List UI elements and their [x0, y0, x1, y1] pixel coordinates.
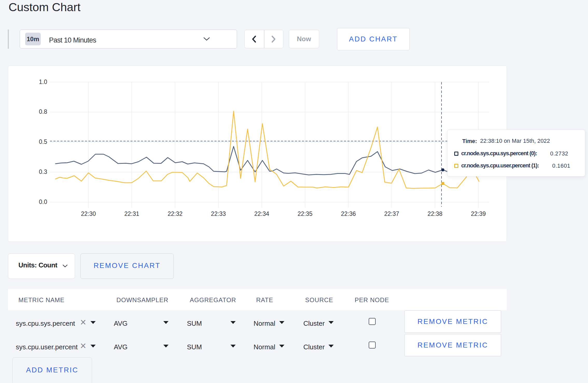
svg-text:22:38: 22:38 [428, 210, 443, 217]
svg-text:22:32: 22:32 [168, 210, 183, 217]
svg-text:0.5: 0.5 [39, 138, 47, 145]
svg-text:22:30: 22:30 [81, 210, 96, 217]
svg-text:0.0: 0.0 [39, 198, 47, 205]
svg-text:0.3: 0.3 [39, 168, 47, 175]
svg-text:22:33: 22:33 [211, 210, 226, 217]
svg-text:22:36: 22:36 [341, 210, 356, 217]
svg-text:1.0: 1.0 [39, 79, 47, 85]
svg-text:0.8: 0.8 [39, 108, 47, 115]
svg-text:22:37: 22:37 [384, 210, 399, 217]
svg-text:22:31: 22:31 [124, 210, 139, 217]
svg-text:22:34: 22:34 [254, 210, 269, 217]
svg-text:22:35: 22:35 [298, 210, 313, 217]
svg-text:22:39: 22:39 [471, 210, 486, 217]
